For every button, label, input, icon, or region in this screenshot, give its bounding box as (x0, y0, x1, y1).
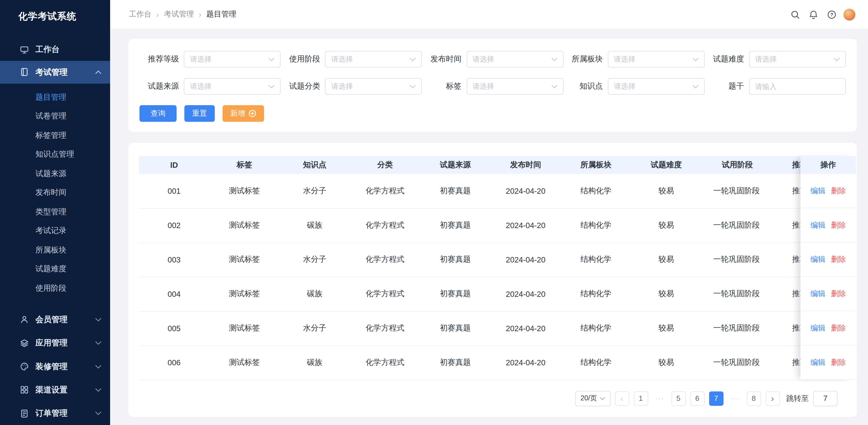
cell-publish-time: 2024-04-20 (491, 345, 561, 380)
edit-link[interactable]: 编辑 (810, 323, 825, 333)
delete-link[interactable]: 删除 (831, 323, 846, 333)
submenu-item[interactable]: 试题难度 (0, 260, 110, 279)
filter-field-difficulty: 试题难度 请选择 (705, 51, 846, 67)
cell-difficulty: 较易 (631, 345, 702, 380)
sidebar-item-decoration-management[interactable]: 装修管理 (0, 355, 110, 378)
layers-icon (20, 339, 29, 347)
recommend-level-select[interactable]: 请选择 (184, 51, 281, 67)
column-header: 知识点 (280, 156, 350, 174)
sidebar-item-exam-management[interactable]: 考试管理 (0, 61, 110, 84)
search-button[interactable]: 查询 (140, 105, 177, 122)
tag-select[interactable]: 请选择 (467, 78, 563, 94)
header-actions: ? (788, 7, 856, 21)
sidebar-item-label: 应用管理 (35, 338, 89, 348)
edit-link[interactable]: 编辑 (810, 289, 825, 299)
delete-link[interactable]: 删除 (831, 357, 846, 367)
sidebar-item-channel-settings[interactable]: 渠道设置 (0, 378, 110, 402)
chevron-down-icon (95, 388, 101, 392)
sidebar-item-application-management[interactable]: 应用管理 (0, 331, 110, 355)
submenu-item[interactable]: 题目管理 (0, 88, 110, 107)
cell-source: 初赛真题 (420, 277, 491, 311)
chevron-down-icon (95, 365, 101, 368)
page-size-select[interactable]: 20/页 (575, 391, 610, 406)
filter-label: 推荐等级 (140, 54, 179, 64)
breadcrumb-item-exam-management[interactable]: 考试管理 (164, 9, 194, 20)
cell-source: 初赛真题 (420, 345, 491, 380)
page-button[interactable]: 5 (671, 391, 686, 405)
breadcrumb-item-workbench[interactable]: 工作台 (129, 9, 151, 20)
submenu-item[interactable]: 所属板块 (0, 241, 110, 260)
submenu-item[interactable]: 试题来源 (0, 164, 110, 183)
delete-link[interactable]: 删除 (831, 220, 846, 230)
search-icon[interactable] (788, 7, 802, 21)
row-actions: 编辑 删除 (800, 208, 856, 243)
cell-stage: 一轮巩固阶段 (702, 243, 772, 277)
chevron-down-icon (410, 57, 416, 61)
chevron-up-icon (95, 70, 101, 74)
edit-link[interactable]: 编辑 (810, 220, 825, 230)
table-header-row: ID标签知识点分类试题来源发布时间所属板块试题难度试用阶段推荐等级 (139, 156, 844, 174)
plus-circle-icon (249, 110, 256, 117)
category-select[interactable]: 请选择 (325, 78, 422, 94)
top-header: 工作台 › 考试管理 › 题目管理 ? (110, 0, 868, 29)
bell-icon[interactable] (807, 7, 820, 21)
table-row: 006 测试标签 碳族 化学方程式 初赛真题 2024-04-20 结构化学 较… (139, 345, 844, 380)
submenu-item[interactable]: 标签管理 (0, 126, 110, 145)
delete-link[interactable]: 删除 (831, 254, 846, 264)
filter-field-use-stage: 使用阶段 请选择 (281, 51, 422, 67)
add-button[interactable]: 新增 (222, 105, 264, 122)
page-button[interactable]: › (765, 391, 780, 405)
page-button[interactable]: 7 (709, 391, 723, 405)
chevron-down-icon (95, 317, 101, 322)
page-button[interactable]: 1 (633, 391, 648, 405)
page-button[interactable]: 6 (690, 391, 705, 405)
table-row: 005 测试标签 水分子 化学方程式 初赛真题 2024-04-20 结构化学 … (139, 311, 844, 345)
reset-button[interactable]: 重置 (184, 105, 215, 122)
delete-link[interactable]: 删除 (831, 289, 846, 299)
document-icon (20, 409, 29, 418)
page-button[interactable]: ··· (652, 391, 667, 405)
jump-page-input[interactable] (813, 391, 838, 406)
table-row: 002 测试标签 碳族 化学方程式 初赛真题 2024-04-20 结构化学 较… (139, 208, 844, 243)
submenu-item[interactable]: 类型管理 (0, 202, 110, 221)
cell-source: 初赛真题 (420, 243, 491, 277)
chevron-down-icon (551, 57, 557, 61)
publish-time-select[interactable]: 请选择 (467, 51, 563, 67)
sidebar-item-member-management[interactable]: 会员管理 (0, 308, 110, 331)
edit-link[interactable]: 编辑 (810, 254, 825, 264)
use-stage-select[interactable]: 请选择 (325, 51, 422, 67)
page-button[interactable]: ‹ (615, 391, 629, 405)
edit-link[interactable]: 编辑 (810, 186, 825, 196)
cell-knowledge-point: 水分子 (280, 174, 350, 208)
sidebar-item-workbench[interactable]: 工作台 (0, 38, 110, 61)
filter-label: 试题难度 (705, 54, 744, 64)
delete-link[interactable]: 删除 (831, 186, 846, 196)
user-icon (20, 315, 29, 324)
cell-id: 002 (139, 208, 209, 243)
edit-link[interactable]: 编辑 (810, 357, 825, 367)
submenu-item[interactable]: 知识点管理 (0, 145, 110, 164)
monitor-icon (20, 45, 29, 54)
sidebar-item-label: 订单管理 (35, 408, 89, 419)
page-button[interactable]: ··· (727, 391, 742, 405)
column-header: 试题难度 (631, 156, 702, 174)
jump-label: 跳转至 (786, 393, 809, 403)
sidebar-item-order-management[interactable]: 订单管理 (0, 402, 110, 425)
user-avatar[interactable] (843, 8, 856, 21)
submenu-item[interactable]: 发布时间 (0, 183, 110, 202)
row-actions: 编辑 删除 (800, 277, 856, 311)
question-stem-input[interactable] (749, 78, 846, 94)
submenu-item[interactable]: 考试记录 (0, 221, 110, 241)
knowledge-point-select[interactable]: 请选择 (608, 78, 705, 94)
submenu-item[interactable]: 使用阶段 (0, 279, 110, 298)
source-select[interactable]: 请选择 (184, 78, 281, 94)
help-icon[interactable]: ? (825, 7, 839, 21)
difficulty-select[interactable]: 请选择 (749, 51, 846, 67)
cell-publish-time: 2024-04-20 (491, 174, 561, 208)
cell-knowledge-point: 碳族 (280, 345, 350, 380)
filter-field-stem: 题干 (705, 78, 846, 94)
section-select[interactable]: 请选择 (608, 51, 705, 67)
cell-category: 化学方程式 (350, 311, 420, 345)
page-button[interactable]: 8 (746, 391, 761, 405)
submenu-item[interactable]: 试卷管理 (0, 107, 110, 126)
